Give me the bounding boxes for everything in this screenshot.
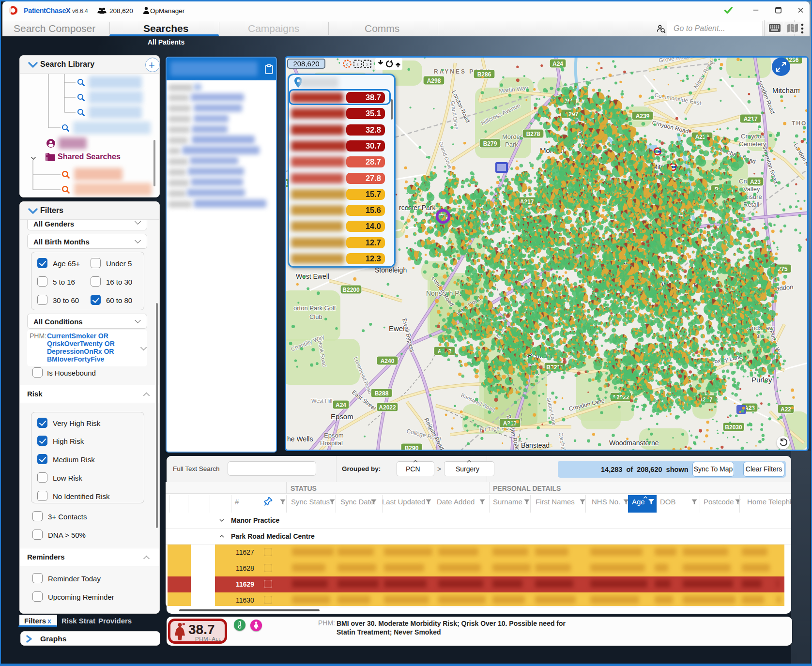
svg-text:x: x (366, 62, 368, 67)
svg-text:s: s (356, 62, 359, 67)
svg-text:c: c (346, 62, 349, 67)
